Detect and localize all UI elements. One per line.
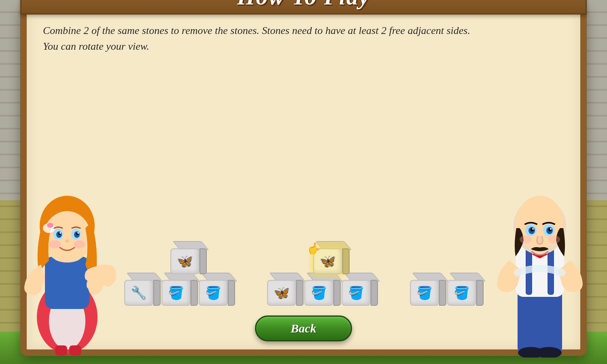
cube-side xyxy=(476,280,484,306)
page-title: How To Play xyxy=(237,0,370,10)
tile-butterfly-2: 🦋 xyxy=(267,273,303,308)
cube-side xyxy=(191,280,198,306)
tiles-illustration: 🦋 🔧 🪣 xyxy=(108,240,499,309)
instruction-line2: You can rotate your view. xyxy=(43,38,564,54)
svg-point-39 xyxy=(550,228,552,230)
svg-point-20 xyxy=(47,223,53,228)
instructions-block: Combine 2 of the same stones to remove t… xyxy=(43,23,564,54)
cube-front: 🦋 xyxy=(170,248,200,274)
cube-side xyxy=(296,280,304,306)
character-man xyxy=(487,147,592,358)
svg-rect-22 xyxy=(55,345,67,356)
tile-butterfly-selected: 👆 🦋 xyxy=(313,241,349,277)
cube-side xyxy=(200,248,207,274)
tile-group-3: 🪣 🪣 xyxy=(409,272,484,309)
cube-side xyxy=(153,280,161,306)
cube-front: 🪣 xyxy=(161,280,191,306)
svg-point-16 xyxy=(77,232,79,234)
cube-side xyxy=(342,248,350,274)
cube-front: 👆 🦋 xyxy=(313,248,342,274)
svg-point-40 xyxy=(520,235,532,243)
tile-bucket-3: 🪣 xyxy=(304,273,340,308)
svg-rect-24 xyxy=(518,289,562,353)
tile-group-2: 👆 🦋 🦋 🪣 xyxy=(266,240,378,309)
svg-point-15 xyxy=(59,232,61,234)
tile-bucket-4: 🪣 xyxy=(342,273,377,308)
cube-side xyxy=(371,280,378,306)
svg-point-38 xyxy=(532,228,534,230)
character-girl xyxy=(15,147,120,358)
instruction-line1: Combine 2 of the same stones to remove t… xyxy=(43,23,564,38)
tile-butterfly: 🦋 xyxy=(170,241,206,277)
cube-front: 🪣 xyxy=(342,280,371,306)
tile-bucket-5: 🪣 xyxy=(410,273,446,308)
cube-front: 🪣 xyxy=(410,280,439,306)
tile-hammer: 🔧 xyxy=(124,273,160,308)
tile-bucket-2: 🪣 xyxy=(199,273,234,308)
svg-point-41 xyxy=(548,235,560,243)
svg-point-7 xyxy=(44,211,91,261)
cube-side xyxy=(439,280,446,306)
tile-bucket-1: 🪣 xyxy=(161,273,197,308)
cursor-icon: 👆 xyxy=(307,242,321,255)
panel-header: How To Play xyxy=(20,0,587,15)
cube-front: 🪣 xyxy=(304,280,333,306)
cube-front: 🔧 xyxy=(124,280,153,306)
svg-rect-2 xyxy=(45,256,89,309)
cube-front: 🪣 xyxy=(447,280,476,306)
svg-point-19 xyxy=(74,240,85,248)
cube-side xyxy=(333,280,341,306)
cube-front: 🪣 xyxy=(199,280,228,306)
svg-rect-23 xyxy=(69,345,81,356)
svg-point-17 xyxy=(65,239,69,243)
tile-group-1: 🦋 🔧 🪣 xyxy=(123,240,235,309)
svg-point-18 xyxy=(49,240,61,248)
back-button[interactable]: Back xyxy=(255,315,352,341)
tile-bucket-6: 🪣 xyxy=(447,273,483,308)
cube-front: 🦋 xyxy=(267,280,296,306)
cube-side xyxy=(228,280,235,306)
main-panel: How To Play Combine 2 of the same stones… xyxy=(20,4,587,356)
